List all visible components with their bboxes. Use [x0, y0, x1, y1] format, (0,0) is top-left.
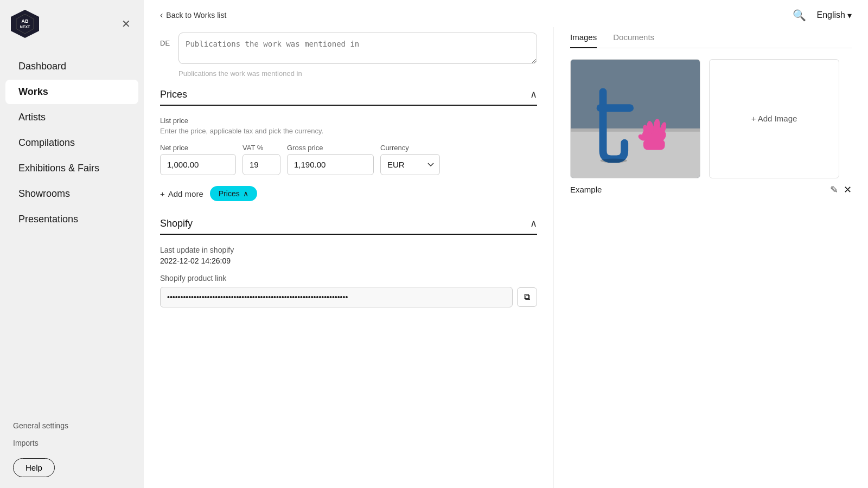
svg-rect-12 [643, 139, 665, 150]
currency-label: Currency [380, 144, 440, 152]
search-icon[interactable]: 🔍 [793, 9, 806, 22]
prices-tag-button[interactable]: Prices ∧ [210, 186, 257, 201]
back-to-works-link[interactable]: ‹ Back to Works list [160, 10, 226, 20]
sidebar-nav: Dashboard Works Artists Compilations Exh… [0, 48, 144, 408]
svg-marker-0 [16, 14, 34, 34]
language-selector[interactable]: English ▾ [817, 10, 852, 21]
copy-url-button[interactable]: ⧉ [517, 287, 537, 307]
top-bar: ‹ Back to Works list 🔍 English ▾ [144, 0, 868, 27]
sidebar-item-dashboard[interactable]: Dashboard [5, 54, 138, 79]
publications-section: DE [160, 33, 537, 64]
gross-price-group: Gross price [287, 144, 374, 175]
sidebar-footer: General settings Imports Help [0, 408, 144, 488]
svg-rect-4 [571, 129, 700, 177]
help-button[interactable]: Help [13, 458, 55, 477]
image-tabs: Images Documents [570, 33, 852, 48]
chevron-up-icon: ∧ [243, 189, 248, 198]
chevron-down-icon: ▾ [847, 10, 852, 21]
sidebar-item-compilations[interactable]: Compilations [5, 131, 138, 155]
add-image-label: + Add Image [751, 114, 797, 123]
sidebar-item-artists[interactable]: Artists [5, 105, 138, 130]
tab-images[interactable]: Images [570, 33, 597, 48]
tab-documents[interactable]: Documents [613, 33, 654, 48]
imports-link[interactable]: Imports [13, 436, 131, 450]
prices-tag-label: Prices [219, 189, 240, 198]
language-label: English [817, 10, 845, 20]
shopify-last-update-label: Last update in shopify [160, 246, 537, 254]
shopify-url-input[interactable] [160, 287, 513, 307]
image-caption: Example [570, 185, 825, 194]
shopify-link-row: ⧉ [160, 287, 537, 307]
sidebar-item-presentations[interactable]: Presentations [5, 207, 138, 232]
artwork-image-card [570, 59, 700, 178]
shopify-title: Shopify [160, 218, 193, 229]
svg-text:AB: AB [22, 18, 29, 24]
prices-section-header: Prices ∧ [160, 88, 537, 106]
shopify-info: Last update in shopify 2022-12-02 14:26:… [160, 246, 537, 265]
prices-content: List price Enter the price, applicable t… [160, 117, 537, 201]
delete-image-icon[interactable]: ✕ [844, 184, 852, 196]
price-fields-row: Net price VAT % Gross price Currency [160, 144, 537, 175]
publications-hint: Publications the work was mentioned in [178, 69, 537, 78]
vat-input[interactable] [242, 154, 280, 175]
logo: AB NEXT [11, 10, 39, 38]
right-panel: Images Documents [553, 27, 868, 488]
top-right-controls: 🔍 English ▾ [793, 9, 852, 22]
shopify-collapse-button[interactable]: ∧ [530, 217, 537, 229]
currency-group: Currency EUR USD GBP CHF [380, 144, 440, 175]
back-link-label: Back to Works list [166, 11, 226, 20]
content-area: DE Publications the work was mentioned i… [144, 27, 868, 488]
sidebar-item-exhibitions-fairs[interactable]: Exhibitions & Fairs [5, 156, 138, 181]
plus-icon: + [160, 189, 165, 198]
main-content: ‹ Back to Works list 🔍 English ▾ DE Publ… [144, 0, 868, 488]
image-caption-row: Example ✎ ✕ [570, 184, 852, 196]
currency-select[interactable]: EUR USD GBP CHF [380, 154, 440, 175]
close-sidebar-button[interactable]: ✕ [119, 15, 133, 33]
prices-collapse-button[interactable]: ∧ [530, 88, 537, 100]
prices-title: Prices [160, 89, 187, 100]
edit-caption-icon[interactable]: ✎ [830, 184, 838, 196]
sidebar-item-works[interactable]: Works [5, 80, 138, 104]
add-more-button[interactable]: + Add more [160, 189, 203, 198]
images-grid: + Add Image [570, 59, 852, 178]
svg-point-13 [601, 158, 628, 163]
net-price-input[interactable] [160, 154, 236, 175]
publications-textarea[interactable] [178, 33, 537, 64]
general-settings-link[interactable]: General settings [13, 419, 131, 432]
vat-label: VAT % [242, 144, 280, 152]
lang-label-de: DE [160, 33, 173, 47]
add-more-label: Add more [168, 189, 203, 198]
sidebar: AB NEXT ✕ Dashboard Works Artists Compil… [0, 0, 144, 488]
shopify-last-update-value: 2022-12-02 14:26:09 [160, 256, 537, 265]
svg-rect-5 [571, 128, 700, 131]
price-list-label: List price [160, 117, 537, 125]
sidebar-item-showrooms[interactable]: Showrooms [5, 182, 138, 206]
back-arrow-icon: ‹ [160, 10, 163, 20]
shopify-link-label: Shopify product link [160, 274, 537, 282]
add-more-row: + Add more Prices ∧ [160, 186, 537, 201]
gross-price-input[interactable] [287, 154, 374, 175]
gross-price-label: Gross price [287, 144, 374, 152]
form-panel: DE Publications the work was mentioned i… [144, 27, 553, 488]
shopify-section-header: Shopify ∧ [160, 217, 537, 235]
vat-group: VAT % [242, 144, 280, 175]
svg-text:NEXT: NEXT [20, 25, 30, 29]
sidebar-header: AB NEXT ✕ [0, 0, 144, 48]
net-price-label: Net price [160, 144, 236, 152]
price-sub-description: Enter the price, applicable tax and pick… [160, 127, 537, 135]
add-image-card[interactable]: + Add Image [709, 59, 839, 178]
net-price-group: Net price [160, 144, 236, 175]
